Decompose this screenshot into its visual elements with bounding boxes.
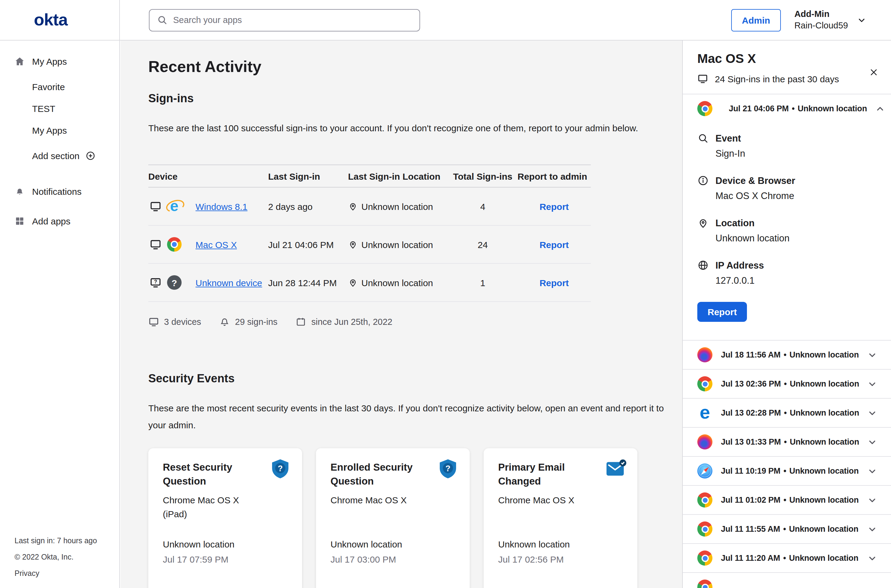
location-pin-icon <box>697 217 709 229</box>
event-device: Chrome Mac OS X <box>498 493 623 507</box>
signin-entry[interactable]: Jul 13 02:28 PM•Unknown location <box>683 399 891 428</box>
okta-dashboard: okta Admin Add-Min Rain-Cloud59 <box>0 0 891 588</box>
chevron-down-icon[interactable] <box>867 495 878 506</box>
detail-label: IP Address <box>715 260 764 271</box>
location-pin-icon <box>348 201 358 211</box>
calendar-icon <box>296 316 307 327</box>
detail-label: Device & Browser <box>715 175 795 186</box>
search-input[interactable] <box>173 15 412 25</box>
admin-button[interactable]: Admin <box>731 9 781 31</box>
signin-entry[interactable]: Jul 11 01:02 PM•Unknown location <box>683 486 891 515</box>
plus-circle-icon <box>86 150 96 160</box>
report-link[interactable]: Report <box>539 201 569 212</box>
shield-question-icon: ? <box>269 458 291 480</box>
signins-description: These are the last 100 successful sign-i… <box>148 120 660 137</box>
event-location: Unknown location <box>163 539 234 549</box>
total-signins-value: 24 <box>448 239 518 249</box>
detail-ip-address: IP Address 127.0.0.1 <box>697 260 876 286</box>
device-link[interactable]: Mac OS X <box>195 239 237 249</box>
firefox-icon <box>697 434 712 450</box>
table-row: Windows 8.1 2 days ago Unknown location … <box>148 188 591 226</box>
sidebar-item-favorite[interactable]: Favorite <box>0 79 119 94</box>
copyright-text: © 2022 Okta, Inc. <box>15 549 97 566</box>
internet-explorer-icon <box>167 199 182 213</box>
sidebar-item-add-apps[interactable]: Add apps <box>0 213 119 228</box>
chrome-icon <box>697 522 712 537</box>
chevron-down-icon[interactable] <box>867 407 878 418</box>
report-link[interactable]: Report <box>539 278 569 288</box>
chevron-up-icon[interactable] <box>875 103 886 114</box>
panel-title: Mac OS X <box>697 51 876 66</box>
entry-summary: Jul 11 10:19 PM•Unknown location <box>721 466 859 476</box>
chevron-down-icon[interactable] <box>856 15 867 25</box>
chrome-icon <box>697 550 712 566</box>
report-button[interactable]: Report <box>697 302 747 322</box>
signins-heading: Sign-ins <box>148 92 682 105</box>
signin-entry[interactable]: Jul 11 10:19 PM•Unknown location <box>683 457 891 486</box>
signin-entry[interactable]: Jul 18 11:56 AM•Unknown location <box>683 340 891 370</box>
report-link[interactable]: Report <box>539 239 569 249</box>
table-row: ? Unknown device Jun 28 12:44 PM Unknown… <box>148 264 591 302</box>
sidebar-item-my-apps[interactable]: My Apps <box>0 54 119 68</box>
security-event-card: Reset Security Question ? Chrome Mac OS … <box>148 448 302 588</box>
event-location: Unknown location <box>498 539 570 549</box>
sidebar-item-test[interactable]: TEST <box>0 101 119 116</box>
page-title: Recent Activity <box>148 57 682 76</box>
col-device: Device <box>148 171 268 181</box>
chevron-down-icon[interactable] <box>867 524 878 534</box>
home-icon <box>15 56 25 66</box>
detail-label: Location <box>715 218 754 228</box>
chevron-down-icon[interactable] <box>867 350 878 360</box>
event-location: Unknown location <box>331 539 402 549</box>
panel-header: Mac OS X 24 Sign-ins in the past 30 days <box>683 40 891 94</box>
chrome-icon <box>697 376 712 392</box>
entry-summary: Jul 18 11:56 AM•Unknown location <box>721 350 859 359</box>
top-bar: okta Admin Add-Min Rain-Cloud59 <box>0 0 891 40</box>
svg-text:?: ? <box>278 464 283 473</box>
privacy-link[interactable]: Privacy <box>15 566 97 582</box>
unknown-device-icon: ? <box>150 276 162 288</box>
signin-entry-expanded[interactable]: Jul 21 04:06 PM•Unknown location <box>683 94 891 123</box>
col-last-signin: Last Sign-in <box>268 171 348 181</box>
device-link[interactable]: Windows 8.1 <box>195 201 248 212</box>
chevron-down-icon[interactable] <box>867 378 878 389</box>
close-icon[interactable] <box>868 67 879 77</box>
event-time: Jul 17 02:56 PM <box>498 554 564 564</box>
detail-event: Event Sign-In <box>697 132 876 159</box>
entry-summary: Jul 13 01:33 PM•Unknown location <box>721 437 859 447</box>
firefox-icon <box>697 347 712 362</box>
signin-entry[interactable]: Jul 13 02:36 PM•Unknown location <box>683 370 891 399</box>
entry-summary: Jul 21 04:06 PM•Unknown location <box>729 104 867 113</box>
security-event-card: Primary Email Changed Chrome Mac OS X Un… <box>484 448 637 588</box>
chevron-down-icon[interactable] <box>867 553 878 564</box>
last-signin-value: Jun 28 12:44 PM <box>268 278 348 288</box>
monitor-icon <box>148 316 159 327</box>
sidebar-item-add-section[interactable]: Add section <box>0 148 119 163</box>
bell-icon <box>219 316 230 327</box>
bell-icon <box>15 186 25 196</box>
col-total: Total Sign-ins <box>448 171 518 181</box>
logo-area: okta <box>0 0 120 40</box>
devices-count-label: 3 devices <box>164 317 201 327</box>
account-menu[interactable]: Add-Min Rain-Cloud59 <box>795 9 867 31</box>
sidebar-item-notifications[interactable]: Notifications <box>0 184 119 198</box>
since-date: since Jun 25th, 2022 <box>296 316 392 327</box>
sidebar-item-my-apps-2[interactable]: My Apps <box>0 123 119 137</box>
location-pin-icon <box>348 278 358 287</box>
chevron-down-icon[interactable] <box>867 465 878 476</box>
signin-entry-partial[interactable] <box>683 573 891 588</box>
total-signins-value: 1 <box>448 278 518 288</box>
entry-summary: Jul 13 02:28 PM•Unknown location <box>721 408 859 417</box>
chevron-down-icon[interactable] <box>867 436 878 447</box>
device-link[interactable]: Unknown device <box>195 278 262 288</box>
okta-logo[interactable]: okta <box>34 10 68 30</box>
sidebar-item-label: TEST <box>32 103 56 113</box>
shield-question-icon: ? <box>437 458 459 480</box>
detail-device-browser: Device & Browser Mac OS X Chrome <box>697 175 876 201</box>
signin-entry[interactable]: Jul 13 01:33 PM•Unknown location <box>683 428 891 457</box>
event-device: Chrome Mac OS X <box>163 493 287 507</box>
unknown-browser-icon <box>167 275 182 290</box>
signin-entry[interactable]: Jul 11 11:20 AM•Unknown location <box>683 544 891 573</box>
entry-details: Event Sign-In Device & Browser Mac OS X … <box>683 123 891 340</box>
signin-entry[interactable]: Jul 11 11:55 AM•Unknown location <box>683 515 891 544</box>
